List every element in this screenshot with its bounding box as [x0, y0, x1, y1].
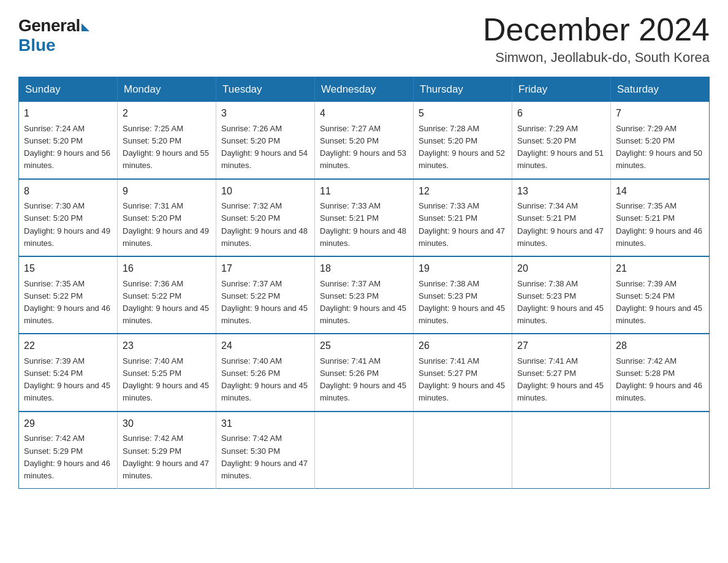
day-number: 8 — [24, 184, 112, 199]
calendar-cell: 23Sunrise: 7:40 AMSunset: 5:25 PMDayligh… — [118, 334, 216, 411]
weekday-header-saturday: Saturday — [611, 77, 710, 102]
day-number: 7 — [616, 106, 704, 121]
day-info: Sunrise: 7:34 AMSunset: 5:21 PMDaylight:… — [517, 200, 605, 250]
calendar-cell: 12Sunrise: 7:33 AMSunset: 5:21 PMDayligh… — [414, 179, 512, 256]
day-number: 26 — [419, 339, 507, 354]
page-title: December 2024 — [483, 12, 710, 47]
day-number: 3 — [221, 106, 309, 121]
calendar-cell: 20Sunrise: 7:38 AMSunset: 5:23 PMDayligh… — [512, 256, 611, 334]
calendar-cell: 26Sunrise: 7:41 AMSunset: 5:27 PMDayligh… — [414, 334, 512, 411]
day-info: Sunrise: 7:40 AMSunset: 5:25 PMDaylight:… — [123, 355, 211, 405]
day-number: 29 — [24, 416, 112, 432]
calendar-cell: 13Sunrise: 7:34 AMSunset: 5:21 PMDayligh… — [512, 179, 611, 256]
title-area: December 2024 Simwon, Jeollabuk-do, Sout… — [483, 12, 710, 66]
day-info: Sunrise: 7:25 AMSunset: 5:20 PMDaylight:… — [123, 123, 211, 172]
day-info: Sunrise: 7:30 AMSunset: 5:20 PMDaylight:… — [24, 200, 112, 250]
day-info: Sunrise: 7:29 AMSunset: 5:20 PMDaylight:… — [616, 123, 704, 172]
day-info: Sunrise: 7:42 AMSunset: 5:30 PMDaylight:… — [221, 432, 309, 482]
weekday-header-row: SundayMondayTuesdayWednesdayThursdayFrid… — [19, 77, 710, 102]
day-info: Sunrise: 7:41 AMSunset: 5:26 PMDaylight:… — [320, 355, 408, 405]
logo-arrow-icon — [82, 23, 89, 31]
day-number: 9 — [123, 184, 211, 199]
calendar-cell: 18Sunrise: 7:37 AMSunset: 5:23 PMDayligh… — [315, 256, 414, 334]
calendar-cell: 7Sunrise: 7:29 AMSunset: 5:20 PMDaylight… — [611, 102, 710, 178]
day-info: Sunrise: 7:42 AMSunset: 5:29 PMDaylight:… — [24, 432, 112, 482]
calendar-cell: 31Sunrise: 7:42 AMSunset: 5:30 PMDayligh… — [216, 412, 315, 489]
day-number: 25 — [320, 339, 408, 354]
calendar-cell: 6Sunrise: 7:29 AMSunset: 5:20 PMDaylight… — [512, 102, 611, 178]
calendar-week-row: 22Sunrise: 7:39 AMSunset: 5:24 PMDayligh… — [19, 334, 710, 411]
calendar-cell: 1Sunrise: 7:24 AMSunset: 5:20 PMDaylight… — [19, 102, 118, 178]
calendar-cell: 14Sunrise: 7:35 AMSunset: 5:21 PMDayligh… — [611, 179, 710, 256]
day-info: Sunrise: 7:38 AMSunset: 5:23 PMDaylight:… — [419, 278, 507, 327]
calendar-cell: 21Sunrise: 7:39 AMSunset: 5:24 PMDayligh… — [611, 256, 710, 334]
day-info: Sunrise: 7:41 AMSunset: 5:27 PMDaylight:… — [419, 355, 507, 405]
day-info: Sunrise: 7:24 AMSunset: 5:20 PMDaylight:… — [24, 123, 112, 172]
calendar-cell: 10Sunrise: 7:32 AMSunset: 5:20 PMDayligh… — [216, 179, 315, 256]
day-number: 31 — [221, 416, 309, 432]
day-info: Sunrise: 7:39 AMSunset: 5:24 PMDaylight:… — [616, 278, 704, 327]
day-number: 4 — [320, 106, 408, 121]
day-info: Sunrise: 7:31 AMSunset: 5:20 PMDaylight:… — [123, 200, 211, 250]
calendar-cell: 28Sunrise: 7:42 AMSunset: 5:28 PMDayligh… — [611, 334, 710, 411]
calendar-cell — [512, 412, 611, 489]
calendar-cell: 4Sunrise: 7:27 AMSunset: 5:20 PMDaylight… — [315, 102, 414, 178]
day-number: 6 — [517, 106, 605, 121]
calendar-cell: 29Sunrise: 7:42 AMSunset: 5:29 PMDayligh… — [19, 412, 118, 489]
calendar-cell: 19Sunrise: 7:38 AMSunset: 5:23 PMDayligh… — [414, 256, 512, 334]
calendar-cell: 27Sunrise: 7:41 AMSunset: 5:27 PMDayligh… — [512, 334, 611, 411]
day-number: 28 — [616, 339, 704, 354]
calendar-cell: 2Sunrise: 7:25 AMSunset: 5:20 PMDaylight… — [118, 102, 216, 178]
day-info: Sunrise: 7:28 AMSunset: 5:20 PMDaylight:… — [419, 123, 507, 172]
weekday-header-monday: Monday — [118, 77, 216, 102]
weekday-header-sunday: Sunday — [19, 77, 118, 102]
calendar-cell: 22Sunrise: 7:39 AMSunset: 5:24 PMDayligh… — [19, 334, 118, 411]
logo: General Blue — [18, 16, 89, 55]
day-info: Sunrise: 7:32 AMSunset: 5:20 PMDaylight:… — [221, 200, 309, 250]
day-number: 19 — [419, 261, 507, 277]
calendar-cell — [414, 412, 512, 489]
day-number: 5 — [419, 106, 507, 121]
calendar-cell — [315, 412, 414, 489]
weekday-header-friday: Friday — [512, 77, 611, 102]
day-info: Sunrise: 7:41 AMSunset: 5:27 PMDaylight:… — [517, 355, 605, 405]
day-number: 30 — [123, 416, 211, 432]
day-number: 14 — [616, 184, 704, 199]
logo-general-text: General — [18, 16, 80, 36]
calendar-cell: 8Sunrise: 7:30 AMSunset: 5:20 PMDaylight… — [19, 179, 118, 256]
day-info: Sunrise: 7:35 AMSunset: 5:21 PMDaylight:… — [616, 200, 704, 250]
day-info: Sunrise: 7:39 AMSunset: 5:24 PMDaylight:… — [24, 355, 112, 405]
day-number: 10 — [221, 184, 309, 199]
day-info: Sunrise: 7:37 AMSunset: 5:23 PMDaylight:… — [320, 278, 408, 327]
calendar-week-row: 1Sunrise: 7:24 AMSunset: 5:20 PMDaylight… — [19, 102, 710, 178]
calendar-week-row: 29Sunrise: 7:42 AMSunset: 5:29 PMDayligh… — [19, 412, 710, 489]
day-number: 15 — [24, 261, 112, 277]
calendar-cell: 30Sunrise: 7:42 AMSunset: 5:29 PMDayligh… — [118, 412, 216, 489]
day-info: Sunrise: 7:37 AMSunset: 5:22 PMDaylight:… — [221, 278, 309, 327]
day-number: 12 — [419, 184, 507, 199]
day-number: 22 — [24, 339, 112, 354]
day-info: Sunrise: 7:35 AMSunset: 5:22 PMDaylight:… — [24, 278, 112, 327]
calendar-cell: 5Sunrise: 7:28 AMSunset: 5:20 PMDaylight… — [414, 102, 512, 178]
calendar-cell: 9Sunrise: 7:31 AMSunset: 5:20 PMDaylight… — [118, 179, 216, 256]
calendar-cell: 24Sunrise: 7:40 AMSunset: 5:26 PMDayligh… — [216, 334, 315, 411]
day-info: Sunrise: 7:27 AMSunset: 5:20 PMDaylight:… — [320, 123, 408, 172]
page-subtitle: Simwon, Jeollabuk-do, South Korea — [483, 50, 710, 66]
day-number: 2 — [123, 106, 211, 121]
day-number: 16 — [123, 261, 211, 277]
weekday-header-thursday: Thursday — [414, 77, 512, 102]
day-number: 11 — [320, 184, 408, 199]
calendar-week-row: 15Sunrise: 7:35 AMSunset: 5:22 PMDayligh… — [19, 256, 710, 334]
day-number: 1 — [24, 106, 112, 121]
day-number: 23 — [123, 339, 211, 354]
day-info: Sunrise: 7:26 AMSunset: 5:20 PMDaylight:… — [221, 123, 309, 172]
calendar-cell: 16Sunrise: 7:36 AMSunset: 5:22 PMDayligh… — [118, 256, 216, 334]
calendar-cell: 11Sunrise: 7:33 AMSunset: 5:21 PMDayligh… — [315, 179, 414, 256]
day-number: 13 — [517, 184, 605, 199]
day-number: 18 — [320, 261, 408, 277]
day-info: Sunrise: 7:36 AMSunset: 5:22 PMDaylight:… — [123, 278, 211, 327]
day-info: Sunrise: 7:33 AMSunset: 5:21 PMDaylight:… — [320, 200, 408, 250]
calendar-cell: 17Sunrise: 7:37 AMSunset: 5:22 PMDayligh… — [216, 256, 315, 334]
day-number: 24 — [221, 339, 309, 354]
calendar-cell — [611, 412, 710, 489]
